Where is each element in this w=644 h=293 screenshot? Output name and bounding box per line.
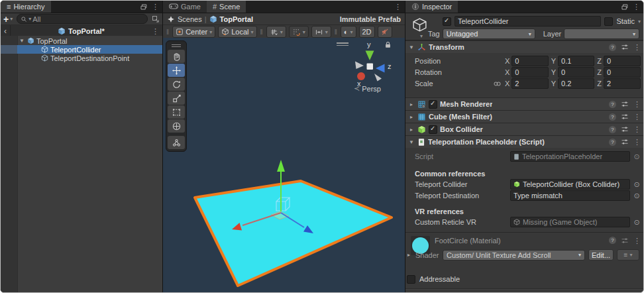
component-menu-icon[interactable]: ⋮ [633, 126, 641, 133]
scale-y-field[interactable]: 0.2 [558, 78, 594, 89]
help-icon[interactable]: ? [609, 126, 616, 133]
breadcrumb-scenes-label[interactable]: Scenes [178, 15, 202, 23]
projection-toggle[interactable]: ≺ Persp [354, 84, 381, 93]
script-object-field[interactable]: TeleportationPlaceholder [510, 151, 630, 162]
object-picker-icon[interactable]: ⊙ [633, 180, 641, 189]
shader-menu-button[interactable]: ≡▾ [617, 249, 639, 261]
component-menu-icon[interactable]: ⋮ [633, 44, 641, 50]
object-picker-icon[interactable]: ⊙ [633, 192, 641, 200]
position-label[interactable]: Position [415, 57, 489, 65]
box-collider-header[interactable]: ▸ ✓ Box Collider ? ⋮ [405, 123, 643, 135]
toolbar-handle[interactable]: ‖ [166, 29, 170, 36]
teleport-destination-object-field[interactable]: Type mismatch [510, 190, 630, 201]
presets-icon[interactable] [621, 237, 629, 245]
snap-settings-arrow[interactable]: ▾ [325, 29, 328, 35]
press-to-pick-icon[interactable] [152, 15, 160, 23]
tag-dropdown[interactable]: Untagged ▾ [443, 29, 535, 39]
static-dropdown-arrow[interactable]: ▾ [638, 19, 641, 25]
material-fold-icon[interactable]: ▸ [405, 252, 412, 258]
custom-tools-button[interactable] [168, 136, 185, 149]
presets-icon[interactable] [621, 100, 629, 108]
teleportation-script-header[interactable]: ▼ Teleportation Placeholder (Script) ? ⋮ [405, 135, 643, 148]
scale-tool[interactable] [168, 91, 185, 105]
mesh-renderer-header[interactable]: ▸ ✓ Mesh Renderer ? ⋮ [405, 97, 643, 110]
fold-closed-icon[interactable]: ▸ [408, 101, 415, 107]
rotate-tool[interactable] [168, 78, 185, 91]
create-button[interactable]: + [3, 15, 9, 23]
gizmo-y-label[interactable]: y [367, 40, 371, 48]
hierarchy-menu-icon[interactable]: ⋮ [152, 3, 159, 10]
gameobject-cube-icon[interactable] [411, 17, 429, 34]
layer-dropdown[interactable]: ▾ [564, 29, 639, 39]
help-icon[interactable]: ? [609, 237, 616, 244]
scale-label[interactable]: Scale [415, 80, 489, 88]
rotation-y-field[interactable]: 0 [558, 67, 594, 78]
fold-closed-icon[interactable]: ▸ [408, 127, 415, 133]
help-icon[interactable]: ? [609, 113, 616, 121]
position-z-field[interactable]: 0 [604, 56, 641, 66]
inspector-menu-icon[interactable]: ⋮ [633, 3, 640, 10]
tree-row-teleportcollider[interactable]: TeleportCollider [1, 45, 162, 54]
fold-open-icon[interactable]: ▼ [408, 139, 415, 145]
visibility-gutter[interactable] [1, 36, 18, 292]
component-menu-icon[interactable]: ⋮ [633, 113, 641, 120]
link-scale-icon[interactable] [493, 80, 502, 88]
tab-inspector[interactable]: Inspector [405, 1, 458, 13]
rotation-z-field[interactable]: 0 [604, 67, 641, 78]
position-y-field[interactable]: 0.1 [558, 56, 594, 66]
increment-snap-button[interactable]: ▾ [289, 26, 309, 38]
shader-dropdown[interactable]: Custom/ Unlit Texture Add Scroll ▾ [443, 250, 585, 261]
snap-settings-button[interactable]: ▾ [311, 26, 331, 38]
dock-icon[interactable] [140, 3, 147, 11]
scale-z-field[interactable]: 2 [604, 78, 641, 89]
move-tool[interactable] [168, 64, 185, 77]
teleport-collider-object-field[interactable]: TeleportCollider (Box Collider) [510, 179, 630, 190]
search-filter-arrow[interactable]: ▾ [28, 16, 31, 22]
rotation-x-field[interactable]: 0 [511, 67, 548, 78]
increment-snap-arrow[interactable]: ▾ [303, 29, 305, 35]
component-menu-icon[interactable]: ⋮ [633, 237, 641, 244]
fold-open-icon[interactable]: ▼ [19, 38, 25, 44]
help-icon[interactable]: ? [609, 139, 616, 146]
addressable-checkbox[interactable] [407, 275, 415, 284]
object-picker-icon[interactable]: ⊙ [633, 218, 641, 227]
component-menu-icon[interactable]: ⋮ [633, 101, 641, 107]
presets-icon[interactable] [621, 138, 629, 146]
view-hand-tool[interactable] [168, 50, 185, 63]
orientation-mode-button[interactable]: Local ▾ [218, 26, 256, 38]
rotation-label[interactable]: Rotation [415, 68, 489, 76]
help-icon[interactable]: ? [609, 101, 616, 108]
tree-row-teleportdestinationpoint[interactable]: TeleportDestinationPoint [1, 54, 162, 62]
presets-icon[interactable] [621, 113, 629, 121]
tab-game[interactable]: Game [163, 1, 207, 13]
scale-x-field[interactable]: 2 [511, 78, 548, 89]
audio-mute-button[interactable] [378, 26, 392, 38]
tree-row-topportal[interactable]: ▼ TopPortal [1, 36, 162, 45]
mesh-filter-header[interactable]: ▸ Cube (Mesh Filter) ? ⋮ [405, 110, 643, 123]
prefab-title[interactable]: TopPortal* [11, 27, 152, 35]
create-dropdown-arrow[interactable]: ▾ [10, 16, 13, 22]
grid-snap-button[interactable]: ▾ [266, 26, 286, 38]
position-x-field[interactable]: 0 [511, 56, 548, 66]
component-enabled-checkbox[interactable]: ✓ [429, 100, 437, 109]
presets-icon[interactable] [621, 43, 629, 51]
pivot-mode-button[interactable]: Center ▾ [172, 26, 215, 38]
shader-edit-button[interactable]: Edit... [588, 249, 614, 261]
gameobject-icon-arrow[interactable]: ▾ [420, 33, 423, 39]
scene-viewport[interactable]: y z x ≺ Persp [163, 38, 405, 292]
tab-hierarchy[interactable]: ≡ Hierarchy [1, 1, 51, 13]
scene-menu-icon[interactable]: ⋮ [394, 3, 402, 10]
gizmo-z-label[interactable]: z [388, 62, 392, 70]
presets-icon[interactable] [621, 125, 629, 133]
transform-header[interactable]: ▼ Transform ? ⋮ [405, 40, 643, 53]
grid-snap-arrow[interactable]: ▾ [280, 29, 283, 35]
dock-icon[interactable] [621, 3, 628, 11]
component-menu-icon[interactable]: ⋮ [633, 139, 641, 145]
hierarchy-search-input[interactable]: ▾ All [17, 14, 148, 24]
rect-tool[interactable] [168, 105, 185, 119]
name-field[interactable]: TeleportCollider [455, 16, 601, 27]
active-checkbox[interactable]: ✓ [443, 17, 451, 26]
toggle-2d-button[interactable]: 2D [359, 26, 375, 38]
help-icon[interactable]: ? [609, 44, 616, 51]
fold-closed-icon[interactable]: ▸ [408, 114, 415, 120]
